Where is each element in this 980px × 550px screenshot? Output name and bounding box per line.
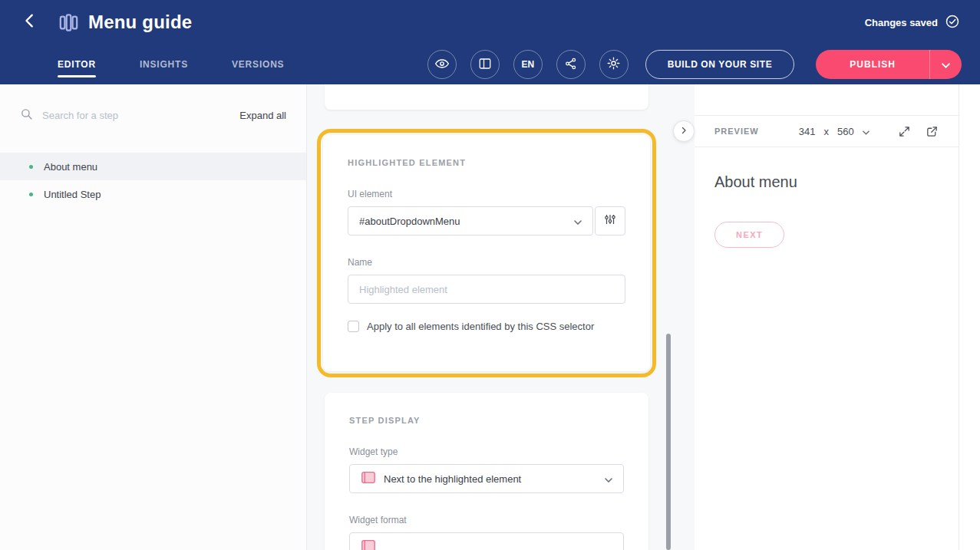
step-item-label: Untitled Step: [44, 189, 101, 200]
app-logo-icon: [58, 12, 79, 33]
chevron-down-icon: [942, 58, 950, 71]
next-button[interactable]: NEXT: [714, 222, 784, 248]
chevron-left-icon: [21, 12, 38, 32]
publish-button[interactable]: PUBLISH: [816, 50, 929, 79]
step-status-dot: [29, 165, 33, 169]
widget-tooltip-icon: [361, 471, 376, 486]
preview-eye-button[interactable]: [427, 50, 457, 79]
settings-button[interactable]: [599, 50, 629, 79]
apply-all-checkbox-row[interactable]: Apply to all elements identified by this…: [348, 321, 625, 332]
step-item-about-menu[interactable]: About menu: [0, 153, 306, 180]
preview-width-value: 341: [799, 126, 816, 137]
widget-format-select[interactable]: [349, 532, 624, 550]
sliders-icon: [603, 212, 617, 229]
section-title: STEP DISPLAY: [349, 416, 624, 425]
search-icon: [20, 107, 33, 124]
size-separator: x: [823, 126, 829, 137]
step-list: About menu Untitled Step: [0, 153, 306, 208]
search-step-input[interactable]: [42, 110, 230, 121]
widget-type-select[interactable]: Next to the highlighted element: [349, 464, 624, 493]
preview-body: About menu NEXT: [695, 147, 959, 274]
publish-button-group: PUBLISH: [816, 50, 962, 79]
language-button[interactable]: EN: [513, 50, 543, 79]
preview-title: PREVIEW: [714, 127, 759, 136]
eye-icon: [434, 56, 450, 74]
highlighted-card-ring: HIGHLIGHTED ELEMENT UI element #aboutDro…: [317, 129, 656, 377]
top-bar: Menu guide Changes saved EDITOR INSIGHTS…: [0, 0, 980, 84]
widget-type-label: Widget type: [349, 446, 624, 457]
chevron-down-icon: [574, 216, 582, 227]
scrollbar-thumb[interactable]: [666, 334, 671, 550]
preview-step-heading: About menu: [714, 173, 939, 191]
preview-panel: PREVIEW 341 x 560 About menu NEXT: [695, 84, 980, 550]
changes-saved-label: Changes saved: [865, 17, 938, 28]
layout-panel-icon: [478, 57, 492, 73]
top-tabs: EDITOR INSIGHTS VERSIONS: [58, 44, 284, 84]
card-partial-top: [325, 84, 648, 110]
layout-button[interactable]: [470, 50, 500, 79]
step-display-card: STEP DISPLAY Widget type Next to the hig…: [325, 393, 648, 550]
widget-type-value: Next to the highlighted element: [384, 473, 521, 485]
apply-all-checkbox-label: Apply to all elements identified by this…: [367, 321, 594, 332]
highlighted-element-name-input[interactable]: [348, 275, 625, 304]
expand-all-link[interactable]: Expand all: [239, 110, 286, 121]
preview-height-value: 560: [837, 126, 854, 137]
step-item-label: About menu: [44, 161, 97, 173]
check-circle-icon: [945, 14, 960, 31]
widget-tooltip-icon: [361, 539, 376, 550]
share-icon: [564, 57, 578, 73]
ui-element-label: UI element: [348, 189, 625, 199]
apply-all-checkbox[interactable]: [348, 321, 359, 332]
steps-sidebar: Expand all About menu Untitled Step: [0, 84, 307, 550]
step-item-untitled-step[interactable]: Untitled Step: [0, 180, 306, 208]
preview-header: PREVIEW 341 x 560: [695, 115, 959, 147]
step-status-dot: [29, 193, 33, 196]
chevron-down-icon: [605, 473, 612, 485]
fullscreen-button[interactable]: [898, 125, 911, 138]
back-button[interactable]: [20, 12, 40, 32]
ui-element-select[interactable]: #aboutDropdownMenu: [348, 206, 593, 235]
chevron-right-icon: [679, 124, 688, 138]
preview-size-select[interactable]: 341 x 560: [799, 126, 869, 137]
build-on-your-site-button[interactable]: BUILD ON YOUR SITE: [645, 50, 795, 79]
publish-dropdown-button[interactable]: [929, 50, 962, 79]
editor-scroll-area: HIGHLIGHTED ELEMENT UI element #aboutDro…: [307, 84, 695, 550]
changes-saved-status: Changes saved: [865, 14, 960, 31]
element-picker-button[interactable]: [595, 206, 625, 235]
name-label: Name: [348, 257, 625, 268]
gear-icon: [606, 56, 621, 73]
chevron-down-icon: [863, 126, 869, 137]
expand-icon: [898, 125, 911, 138]
page-title: Menu guide: [88, 12, 192, 33]
tab-editor[interactable]: EDITOR: [58, 44, 96, 84]
open-in-new-icon: [926, 125, 939, 138]
open-in-new-button[interactable]: [926, 125, 939, 138]
widget-format-label: Widget format: [349, 515, 624, 525]
collapse-preview-button[interactable]: [673, 120, 695, 142]
language-label: EN: [521, 59, 534, 70]
highlighted-element-card: HIGHLIGHTED ELEMENT UI element #aboutDro…: [323, 135, 650, 371]
tab-insights[interactable]: INSIGHTS: [140, 44, 188, 84]
share-button[interactable]: [556, 50, 586, 79]
ui-element-value: #aboutDropdownMenu: [359, 216, 460, 227]
section-title: HIGHLIGHTED ELEMENT: [348, 158, 625, 167]
tab-versions[interactable]: VERSIONS: [232, 44, 284, 84]
